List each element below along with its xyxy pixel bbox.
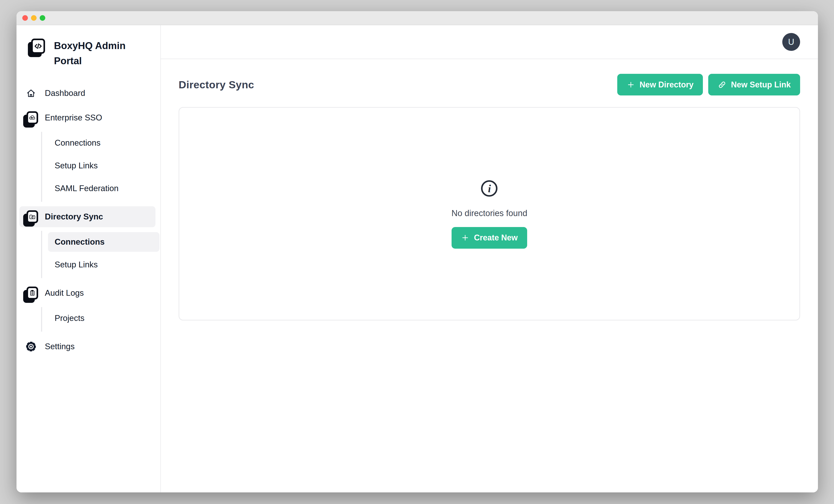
page-title: Directory Sync — [179, 79, 254, 91]
plus-icon — [461, 234, 469, 242]
sidebar-item-directory-sync[interactable]: Directory Sync — [19, 206, 155, 227]
sidebar-item-enterprise-sso[interactable]: Enterprise SSO — [19, 107, 155, 128]
sidebar-subnav-directory-sync: Connections Setup Links — [41, 231, 155, 278]
link-icon — [718, 80, 726, 89]
plus-icon — [627, 81, 635, 89]
minimize-window-button[interactable] — [31, 15, 37, 21]
app-frame: BoxyHQ Admin Portal Dashboard — [17, 25, 818, 492]
home-icon — [23, 84, 39, 102]
main-area: U Directory Sync New — [161, 25, 818, 492]
app-logo[interactable]: BoxyHQ Admin Portal — [17, 37, 160, 70]
sidebar-item-label: Enterprise SSO — [45, 113, 102, 123]
empty-message: No directories found — [451, 209, 527, 218]
sidebar-subnav-enterprise-sso: Connections Setup Links SAML Federation — [41, 132, 155, 202]
create-new-label: Create New — [474, 233, 518, 242]
directory-folder-keycap-icon — [23, 208, 39, 226]
directories-empty-card: i No directories found Create — [179, 107, 800, 321]
gear-icon — [23, 337, 39, 355]
sidebar-subitem-saml-federation[interactable]: SAML Federation — [48, 179, 159, 198]
new-setup-link-button[interactable]: New Setup Link — [708, 74, 800, 95]
sidebar-subitem-projects[interactable]: Projects — [48, 308, 159, 328]
sidebar-subitem-label: Projects — [54, 313, 85, 323]
svg-text:i: i — [488, 183, 491, 195]
empty-state: i No directories found Create — [451, 179, 527, 249]
sidebar: BoxyHQ Admin Portal Dashboard — [17, 25, 161, 492]
sso-cloud-key-keycap-icon — [23, 109, 39, 127]
sidebar-subitem-label: Setup Links — [54, 161, 98, 170]
sidebar-item-label: Audit Logs — [45, 288, 84, 298]
sidebar-item-audit-logs[interactable]: Audit Logs — [19, 283, 155, 304]
sidebar-subitem-label: SAML Federation — [54, 184, 118, 193]
sidebar-subnav-audit-logs: Projects — [41, 307, 155, 332]
sidebar-item-label: Settings — [45, 342, 75, 351]
sidebar-subitem-dsync-setup-links[interactable]: Setup Links — [48, 255, 159, 275]
sidebar-subitem-label: Connections — [54, 237, 105, 247]
info-icon: i — [480, 179, 499, 199]
page-header: Directory Sync New Directory — [179, 74, 800, 95]
sidebar-nav: Dashboard Enterpri — [19, 83, 155, 357]
zoom-window-button[interactable] — [40, 15, 45, 21]
sidebar-item-dashboard[interactable]: Dashboard — [19, 83, 155, 104]
new-directory-button[interactable]: New Directory — [617, 74, 703, 95]
topbar: U — [161, 25, 818, 59]
boxyhq-logo-icon — [31, 39, 45, 54]
sidebar-subitem-sso-setup-links[interactable]: Setup Links — [48, 156, 159, 176]
app-title: BoxyHQ Admin Portal — [54, 37, 131, 68]
user-avatar[interactable]: U — [782, 33, 800, 51]
page-actions: New Directory New Setup Link — [617, 74, 800, 95]
page-content: Directory Sync New Directory — [161, 59, 818, 321]
sidebar-item-label: Directory Sync — [45, 212, 103, 221]
sidebar-item-label: Dashboard — [45, 89, 85, 98]
sidebar-subitem-dsync-connections[interactable]: Connections — [48, 232, 159, 252]
desktop-background: BoxyHQ Admin Portal Dashboard — [0, 0, 834, 504]
create-new-button[interactable]: Create New — [452, 227, 527, 249]
window-titlebar — [17, 11, 818, 25]
new-setup-link-label: New Setup Link — [731, 80, 791, 89]
audit-clipboard-keycap-icon — [23, 284, 39, 302]
close-window-button[interactable] — [22, 15, 28, 21]
sidebar-subitem-label: Connections — [54, 138, 101, 148]
app-window: BoxyHQ Admin Portal Dashboard — [17, 11, 818, 492]
sidebar-item-settings[interactable]: Settings — [19, 336, 155, 357]
sidebar-subitem-sso-connections[interactable]: Connections — [48, 133, 159, 153]
sidebar-subitem-label: Setup Links — [54, 260, 98, 269]
new-directory-label: New Directory — [640, 80, 694, 89]
